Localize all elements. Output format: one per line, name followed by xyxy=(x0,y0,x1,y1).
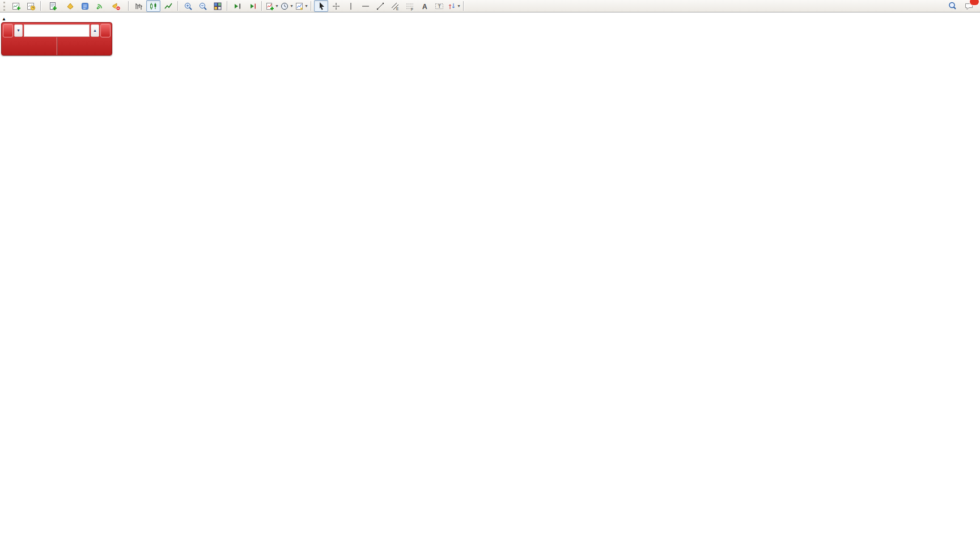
market-watch-button[interactable] xyxy=(63,0,77,12)
dropdown-caret-icon: ▾ xyxy=(275,4,278,9)
candlestick-chart-button[interactable] xyxy=(146,0,160,12)
one-click-trading-panel: ▼ ▲ xyxy=(1,22,112,56)
cursor-button[interactable] xyxy=(314,0,328,12)
search-icon xyxy=(948,1,957,11)
horizontal-line-button[interactable] xyxy=(358,0,372,12)
new-chart-icon xyxy=(12,2,21,11)
arrows-button[interactable]: ▾ xyxy=(447,0,461,12)
auto-scroll-button[interactable] xyxy=(230,0,244,12)
chart-canvas[interactable] xyxy=(0,0,980,534)
crosshair-icon xyxy=(332,2,341,11)
notifications-button[interactable] xyxy=(962,0,976,12)
text-label-icon: T xyxy=(435,2,444,11)
arrows-icon xyxy=(447,2,456,11)
toolbar-separator xyxy=(177,1,179,11)
svg-text:T: T xyxy=(438,3,441,9)
sell-button[interactable] xyxy=(3,24,13,37)
text-label-button[interactable]: T xyxy=(432,0,446,12)
vertical-line-icon xyxy=(346,2,355,11)
crosshair-button[interactable] xyxy=(329,0,343,12)
bar-chart-icon xyxy=(134,2,143,11)
data-window-icon xyxy=(80,2,90,11)
horizontal-line-icon xyxy=(361,2,370,11)
tile-windows-button[interactable] xyxy=(210,0,224,12)
volume-up-button[interactable]: ▲ xyxy=(91,24,99,37)
vertical-line-button[interactable] xyxy=(343,0,358,12)
cursor-icon xyxy=(317,2,326,11)
buy-price[interactable] xyxy=(57,37,112,55)
symbol-marker-icon: ▲ xyxy=(2,16,6,22)
indicators-button[interactable]: ▾ xyxy=(265,0,279,12)
templates-icon xyxy=(295,2,304,11)
chart-shift-button[interactable] xyxy=(245,0,259,12)
dropdown-caret-icon: ▾ xyxy=(290,4,292,9)
toolbar-separator xyxy=(261,1,262,11)
bar-chart-button[interactable] xyxy=(131,0,146,12)
new-order-button[interactable] xyxy=(44,0,62,12)
data-window-button[interactable] xyxy=(78,0,92,12)
text-icon: A xyxy=(420,2,429,11)
market-watch-icon xyxy=(66,2,75,11)
toolbar-separator xyxy=(463,1,464,11)
main-toolbar: ▾ ▾ ▾ E F A T ▾ xyxy=(0,0,980,12)
toolbar-separator xyxy=(227,1,228,11)
toolbar-separator xyxy=(40,1,41,11)
toolbar-separator xyxy=(311,1,312,11)
new-order-icon xyxy=(48,2,57,11)
notification-badge xyxy=(970,0,979,5)
dropdown-caret-icon: ▾ xyxy=(457,4,460,9)
line-chart-button[interactable] xyxy=(161,0,175,12)
new-chart-button[interactable] xyxy=(9,0,23,12)
text-button[interactable]: A xyxy=(417,0,431,12)
fibonacci-icon: F xyxy=(405,2,414,11)
toolbar-grip xyxy=(3,2,7,11)
chart-profiles-icon xyxy=(27,2,36,11)
trendline-button[interactable] xyxy=(373,0,387,12)
zoom-in-icon xyxy=(184,2,193,11)
periods-icon xyxy=(280,2,289,11)
chart-profiles-button[interactable] xyxy=(24,0,38,12)
zoom-out-icon xyxy=(198,2,207,11)
auto-scroll-icon xyxy=(233,2,242,11)
auto-trading-button[interactable] xyxy=(107,0,126,12)
toolbar-separator xyxy=(128,1,129,11)
zoom-in-button[interactable] xyxy=(181,0,195,12)
trendline-icon xyxy=(376,2,385,11)
search-button[interactable] xyxy=(945,0,960,12)
line-chart-icon xyxy=(164,2,173,11)
signals-button[interactable] xyxy=(92,0,107,12)
volume-input[interactable] xyxy=(24,24,90,37)
svg-text:A: A xyxy=(422,2,427,10)
signals-icon xyxy=(95,2,104,11)
buy-button[interactable] xyxy=(100,24,111,37)
periods-button[interactable]: ▾ xyxy=(279,0,294,12)
svg-text:F: F xyxy=(411,7,413,11)
volume-down-button[interactable]: ▼ xyxy=(14,24,23,37)
equidistant-channel-icon: E xyxy=(391,2,400,11)
auto-trading-icon xyxy=(112,2,121,11)
dropdown-caret-icon: ▾ xyxy=(305,4,307,9)
tile-windows-icon xyxy=(213,2,222,11)
zoom-out-button[interactable] xyxy=(196,0,210,12)
chart-title: ▲ xyxy=(2,15,9,23)
sell-price[interactable] xyxy=(2,37,57,55)
fibonacci-button[interactable]: F xyxy=(402,0,417,12)
candlestick-chart-icon xyxy=(149,2,158,11)
svg-text:E: E xyxy=(396,7,399,11)
chart-shift-icon xyxy=(248,2,257,11)
indicators-icon xyxy=(265,2,274,11)
equidistant-channel-button[interactable]: E xyxy=(388,0,402,12)
templates-button[interactable]: ▾ xyxy=(294,0,308,12)
